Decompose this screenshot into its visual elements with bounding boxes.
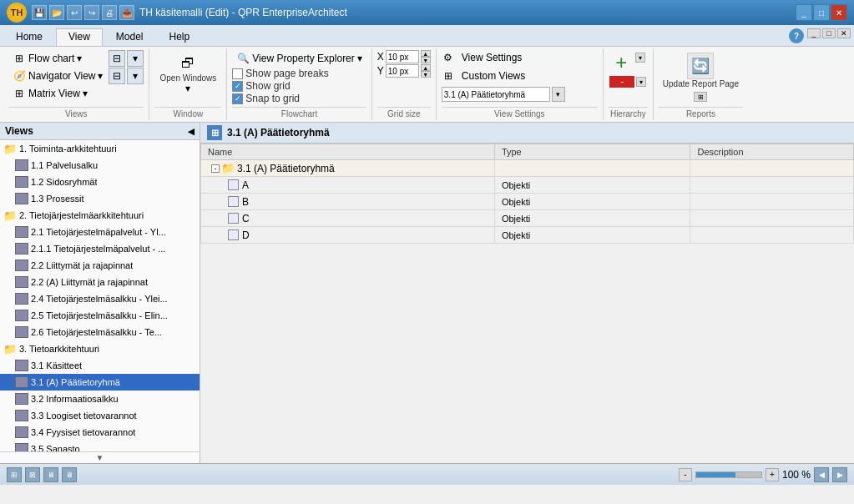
ribbon-close-btn[interactable]: ✕ <box>837 28 851 38</box>
table-row[interactable]: B Objekti <box>201 194 854 210</box>
table-row[interactable]: A Objekti <box>201 177 854 194</box>
zoom-bar <box>695 471 762 478</box>
sidebar-item-label-2: 1.1 Palvelusalku <box>31 160 98 170</box>
gridsize-content: X ▲ ▼ Y ▲ ▼ <box>377 50 431 105</box>
status-icon-1[interactable]: ⊞ <box>7 467 22 482</box>
sidebar-scroll-down[interactable]: ▼ <box>0 451 200 463</box>
sidebar-item-1[interactable]: 📁 1. Toiminta-arkkitehtuuri <box>0 140 200 157</box>
flow-chart-button[interactable]: ⊞ Flow chart ▾ <box>8 50 107 67</box>
open-windows-button[interactable]: 🗗 Open Windows ▾ <box>154 50 221 98</box>
tab-view[interactable]: View <box>56 28 103 46</box>
table-cell-type: Objekti <box>494 194 690 210</box>
sidebar-item-4[interactable]: 1.3 Prosessit <box>0 190 200 207</box>
status-icon-2[interactable]: ⊠ <box>25 467 40 482</box>
show-page-breaks-checkbox[interactable]: Show page breaks <box>232 68 366 79</box>
ribbon-restore-btn[interactable]: □ <box>822 28 836 38</box>
tab-help[interactable]: Help <box>157 28 203 46</box>
sidebar-item-6[interactable]: 2.1 Tietojärjestelmäpalvelut - Yl... <box>0 224 200 240</box>
sidebar-item-13[interactable]: 📁 3. Tietoarkkitehtuuri <box>0 340 200 357</box>
zoom-in-button[interactable]: + <box>766 468 779 481</box>
view-icon-2[interactable]: ▾ <box>127 50 144 67</box>
sidebar-item-12[interactable]: 2.6 Tietojärjestelmäsalkku - Te... <box>0 324 200 340</box>
show-grid-check[interactable]: ✓ <box>232 81 243 92</box>
save-icon[interactable]: 💾 <box>32 5 47 20</box>
expand-collapse-btn[interactable]: - <box>211 164 220 173</box>
reports-expand-btn[interactable]: ⊞ <box>694 92 707 102</box>
hierarchy-remove-dropdown[interactable]: ▾ <box>636 77 646 87</box>
table-row[interactable]: - 📁 3.1 (A) Päätietoryhmä <box>201 160 854 177</box>
zoom-out-button[interactable]: - <box>679 468 692 481</box>
view-property-explorer-button[interactable]: 🔍 View Property Explorer ▾ <box>232 50 366 67</box>
status-nav-right[interactable]: ▶ <box>832 467 847 482</box>
grid-y-input[interactable] <box>386 64 419 78</box>
grid-y-down[interactable]: ▼ <box>421 71 431 78</box>
sidebar-item-5[interactable]: 📁 2. Tietojärjestelmäarkkitehtuuri <box>0 207 200 224</box>
help-icon[interactable]: ? <box>789 28 804 43</box>
sidebar-item-14[interactable]: 3.1 Käsitteet <box>0 357 200 374</box>
table-row[interactable]: D Objekti <box>201 227 854 244</box>
hierarchy-add-button[interactable]: + <box>609 50 634 75</box>
sidebar-collapse-button[interactable]: ◀ <box>188 127 195 136</box>
grid-x-input[interactable] <box>386 50 419 63</box>
redo-icon[interactable]: ↪ <box>84 5 99 20</box>
view-icon-3[interactable]: ⊟ <box>109 68 125 84</box>
open-windows-icon: 🗗 <box>178 53 198 73</box>
custom-views-button[interactable]: Custom Views <box>457 68 529 83</box>
update-report-button[interactable]: 🔄 Update Report Page <box>659 50 743 91</box>
ribbon-tab-bar: Home View Model Help ? _ □ ✕ <box>0 25 854 47</box>
sidebar-item-10[interactable]: 2.4 Tietojärjestelmäsalkku - Ylei... <box>0 290 200 307</box>
sidebar-item-15[interactable]: 3.1 (A) Päätietoryhmä <box>0 374 200 391</box>
hierarchy-remove-button[interactable]: - <box>609 76 634 88</box>
export-icon[interactable]: 📤 <box>119 5 134 20</box>
status-nav-left[interactable]: ◀ <box>814 467 829 482</box>
view-settings-button[interactable]: View Settings <box>457 50 527 65</box>
undo-icon[interactable]: ↩ <box>67 5 82 20</box>
sidebar-item-8[interactable]: 2.2 Liittymät ja rajapinnat <box>0 257 200 274</box>
content-header-grid-icon: ⊞ <box>207 125 222 140</box>
sidebar-item-7[interactable]: 2.1.1 Tietojärjestelmäpalvelut - ... <box>0 240 200 257</box>
open-icon[interactable]: 📂 <box>49 5 64 20</box>
reports-content: 🔄 Update Report Page ⊞ <box>659 50 743 105</box>
ribbon-group-hierarchy: + ▾ - ▾ Hierarchy <box>604 48 654 120</box>
view-icon-1[interactable]: ⊟ <box>109 50 125 67</box>
snap-to-grid-check[interactable]: ✓ <box>232 93 243 104</box>
table-row[interactable]: C Objekti <box>201 210 854 227</box>
matrix-view-button[interactable]: ⊞ Matrix View ▾ <box>8 85 107 102</box>
current-view-input[interactable] <box>442 87 550 102</box>
sidebar-item-17[interactable]: 3.3 Loogiset tietovarannot <box>0 407 200 424</box>
navigator-view-button[interactable]: 🧭 Navigator View ▾ <box>8 68 107 84</box>
grid-y-up[interactable]: ▲ <box>421 64 431 71</box>
current-view-dropdown-btn[interactable]: ▾ <box>552 87 565 102</box>
view-icon-4[interactable]: ▾ <box>127 68 144 84</box>
status-icon-4[interactable]: 🖥 <box>62 467 77 482</box>
snap-to-grid-checkbox[interactable]: ✓ Snap to grid <box>232 93 366 104</box>
sidebar-item-16[interactable]: 3.2 Informaatiosalkku <box>0 391 200 407</box>
item-icon <box>228 179 239 190</box>
show-page-breaks-check[interactable] <box>232 68 243 79</box>
sidebar-item-11[interactable]: 2.5 Tietojärjestelmäsalkku - Elin... <box>0 307 200 324</box>
show-grid-checkbox[interactable]: ✓ Show grid <box>232 80 366 92</box>
hierarchy-add-dropdown[interactable]: ▾ <box>635 53 645 63</box>
tab-home[interactable]: Home <box>3 28 55 46</box>
maximize-button[interactable]: □ <box>813 4 830 21</box>
ribbon-group-views: ⊞ Flow chart ▾ 🧭 Navigator View ▾ ⊞ Matr… <box>3 48 149 120</box>
zoom-level: 100 % <box>782 469 811 481</box>
ribbon-minimize-btn[interactable]: _ <box>807 28 821 38</box>
scroll-down-arrow[interactable]: ▼ <box>96 453 104 462</box>
tab-model[interactable]: Model <box>104 28 156 46</box>
grid-x-down[interactable]: ▼ <box>421 57 431 63</box>
minimize-button[interactable]: _ <box>796 4 812 21</box>
sidebar-item-18[interactable]: 3.4 Fyysiset tietovarannot <box>0 424 200 441</box>
print-icon[interactable]: 🖨 <box>102 5 117 20</box>
sidebar-item-3[interactable]: 1.2 Sidosryhmät <box>0 174 200 190</box>
views-group-label: Views <box>8 107 144 118</box>
grid-icon-4 <box>15 193 28 204</box>
sidebar-item-19[interactable]: 3.5 Sanasto <box>0 441 200 451</box>
close-button[interactable]: ✕ <box>831 4 847 21</box>
grid-x-up[interactable]: ▲ <box>421 50 431 57</box>
sidebar-item-2[interactable]: 1.1 Palvelusalku <box>0 157 200 174</box>
ribbon-group-reports: 🔄 Update Report Page ⊞ Reports <box>654 48 748 120</box>
sidebar-item-9[interactable]: 2.2 (A) Liittymät ja rajapinnat <box>0 274 200 290</box>
status-icon-3[interactable]: 🖥 <box>43 467 58 482</box>
status-icons-left: ⊞ ⊠ 🖥 🖥 <box>7 467 77 482</box>
